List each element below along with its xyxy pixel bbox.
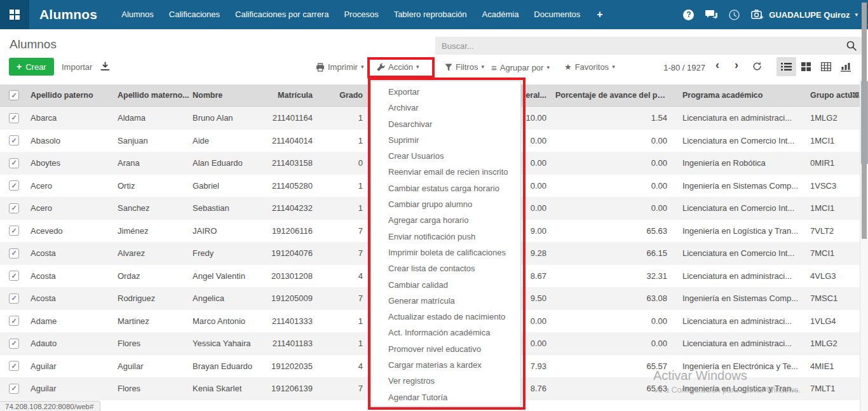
action-menu-item[interactable]: Reenviar email de recien inscrito bbox=[371, 164, 520, 180]
cell-programa-academico: Licenciatura en Comercio Int... bbox=[671, 197, 799, 220]
pager-previous-button[interactable]: ‹ bbox=[715, 58, 719, 72]
action-menu-button[interactable]: Acción ▾ bbox=[376, 62, 419, 72]
navbar-add-button[interactable]: + bbox=[588, 9, 611, 20]
action-menu-item[interactable]: Actualizar estado de nacimiento bbox=[371, 309, 520, 325]
row-checkbox[interactable] bbox=[9, 339, 19, 349]
messages-icon[interactable] bbox=[705, 10, 717, 20]
pivot-view-button[interactable] bbox=[816, 57, 836, 76]
action-menu-item[interactable]: Cambiar calidad bbox=[371, 277, 520, 293]
cell-grupo-actual: 7MLT1 bbox=[799, 377, 860, 400]
action-menu-item[interactable]: Crear lista de contactos bbox=[371, 260, 520, 276]
graph-view-button[interactable] bbox=[836, 57, 855, 76]
help-icon[interactable]: ? bbox=[683, 10, 694, 20]
import-button[interactable]: Importar bbox=[62, 62, 92, 72]
navbar-menu-item[interactable]: Tablero reprobación bbox=[386, 0, 475, 29]
activity-clock-icon[interactable] bbox=[729, 10, 740, 20]
row-checkbox[interactable] bbox=[9, 113, 19, 123]
action-menu-item[interactable]: Promover nivel educativo bbox=[371, 341, 520, 357]
search-icon[interactable] bbox=[846, 41, 857, 51]
row-checkbox[interactable] bbox=[9, 293, 19, 304]
apps-menu-button[interactable] bbox=[0, 0, 29, 29]
action-menu-item[interactable]: Crear Usuarios bbox=[371, 148, 520, 164]
download-icon[interactable] bbox=[100, 62, 110, 71]
kanban-view-button[interactable] bbox=[796, 57, 816, 76]
cell-grado: 1 bbox=[318, 197, 366, 220]
action-menu-item[interactable]: Imprimir boleta de calificaciones bbox=[371, 245, 520, 260]
action-menu-item[interactable]: Cargar materias a kardex bbox=[371, 357, 520, 373]
optional-columns-icon[interactable] bbox=[850, 91, 857, 98]
row-checkbox[interactable] bbox=[9, 248, 19, 259]
cell-apellido-paterno: Aguilar bbox=[29, 377, 116, 400]
cell-porcentaje-avance: 0.00 bbox=[550, 197, 671, 220]
cell-programa-academico: Licenciatura en administraci... bbox=[671, 107, 799, 130]
navbar-menu-item[interactable]: Académia bbox=[475, 0, 527, 29]
column-header-apellido-paterno[interactable]: Apellido paterno bbox=[29, 84, 116, 106]
column-header-matricula[interactable]: Matrícula bbox=[271, 84, 318, 106]
chevron-down-icon: ▾ bbox=[481, 64, 484, 70]
action-menu-item[interactable]: Cambiar grupo alumno bbox=[371, 196, 520, 212]
action-menu-item[interactable]: Archivar bbox=[371, 100, 520, 116]
select-all-checkbox[interactable] bbox=[9, 90, 19, 100]
navbar-menu-item[interactable]: Calificaciones por carrera bbox=[227, 0, 336, 29]
column-header-apellido-materno[interactable]: Apellido materno... bbox=[116, 84, 191, 106]
action-menu-item[interactable]: Ver registros bbox=[371, 373, 520, 389]
column-header-grado[interactable]: Grado bbox=[318, 84, 366, 106]
row-checkbox[interactable] bbox=[9, 316, 19, 326]
cell-programa-academico: Ingeniería en Logística y Tran... bbox=[671, 377, 799, 400]
row-checkbox[interactable] bbox=[9, 135, 19, 145]
search-input[interactable] bbox=[435, 37, 862, 55]
action-menu-item[interactable]: Generar matrícula bbox=[371, 293, 520, 309]
pager-next-button[interactable]: › bbox=[735, 58, 738, 72]
cell-apellido-paterno: Adame bbox=[29, 310, 116, 333]
row-checkbox[interactable] bbox=[9, 226, 19, 236]
dropdown-scrollbar-thumb[interactable] bbox=[862, 3, 867, 239]
cell-apellido-materno: Aldama bbox=[116, 107, 191, 130]
navbar-menu-item[interactable]: Procesos bbox=[336, 0, 386, 29]
row-checkbox[interactable] bbox=[9, 203, 19, 213]
action-menu-item[interactable]: Agregar carga horario bbox=[371, 212, 520, 228]
user-menu[interactable]: GUADALUPE Quiroz ▾ bbox=[751, 9, 858, 20]
filters-label: Filtros bbox=[456, 62, 478, 72]
row-checkbox[interactable] bbox=[9, 271, 19, 281]
action-menu-item[interactable]: Enviar notificación push bbox=[371, 229, 520, 245]
row-checkbox[interactable] bbox=[9, 158, 19, 168]
navbar-menu-item[interactable]: Alumnos bbox=[114, 0, 161, 29]
cell-grupo-actual: 0MIR1 bbox=[799, 152, 860, 175]
cell-apellido-materno: Flores bbox=[116, 332, 191, 355]
plus-icon: + bbox=[17, 62, 22, 72]
group-by-menu-button[interactable]: ≡ Agrupar por ▾ bbox=[491, 62, 550, 73]
filters-menu-button[interactable]: Filtros ▾ bbox=[445, 62, 484, 72]
cell-nombre: Angelica bbox=[191, 287, 271, 310]
print-menu-button[interactable]: Imprimir ▾ bbox=[316, 62, 363, 72]
row-checkbox[interactable] bbox=[9, 180, 19, 191]
cell-grupo-actual: 1VSC3 bbox=[799, 175, 860, 198]
row-checkbox[interactable] bbox=[9, 384, 19, 394]
favorites-menu-button[interactable]: ★ Favoritos ▾ bbox=[564, 62, 615, 72]
list-view-button[interactable] bbox=[776, 57, 796, 76]
cell-programa-academico: Licenciatura en Comercio Int... bbox=[671, 130, 799, 152]
action-menu-item[interactable]: Desarchivar bbox=[371, 116, 520, 132]
cell-matricula: 211404014 bbox=[271, 130, 318, 152]
column-header-programa-academico[interactable]: Programa académico bbox=[671, 84, 799, 106]
cell-nombre: Marco Antonio bbox=[191, 310, 271, 333]
row-checkbox[interactable] bbox=[9, 361, 19, 371]
cell-apellido-paterno: Aboytes bbox=[29, 152, 116, 175]
cell-apellido-materno: Jiménez bbox=[116, 220, 191, 243]
search-bar bbox=[435, 37, 862, 55]
refresh-icon[interactable] bbox=[752, 62, 762, 71]
create-button[interactable]: + Crear bbox=[9, 58, 54, 76]
action-menu-item[interactable]: Act. Información académica bbox=[371, 325, 520, 340]
column-header-nombre[interactable]: Nombre bbox=[191, 84, 271, 106]
column-header-porcentaje-avance[interactable]: Porcentaje de avance del pla... bbox=[550, 84, 671, 106]
action-menu-item[interactable]: Suprimir bbox=[371, 132, 520, 148]
printer-icon bbox=[316, 63, 325, 72]
action-menu-item[interactable]: Exportar bbox=[371, 84, 520, 100]
apps-grid-icon bbox=[10, 10, 20, 20]
action-menu-item[interactable]: Agendar Tutoría bbox=[371, 389, 520, 405]
navbar-menu-item[interactable]: Documentos bbox=[526, 0, 588, 29]
action-menu-item[interactable]: Cambiar estatus carga horario bbox=[371, 180, 520, 196]
cell-nombre: Aide bbox=[191, 130, 271, 152]
navbar-menu-item[interactable]: Calificaciones bbox=[161, 0, 227, 29]
cell-porcentaje-avance: 65.57 bbox=[550, 355, 671, 378]
cell-matricula: 191202035 bbox=[271, 355, 318, 378]
